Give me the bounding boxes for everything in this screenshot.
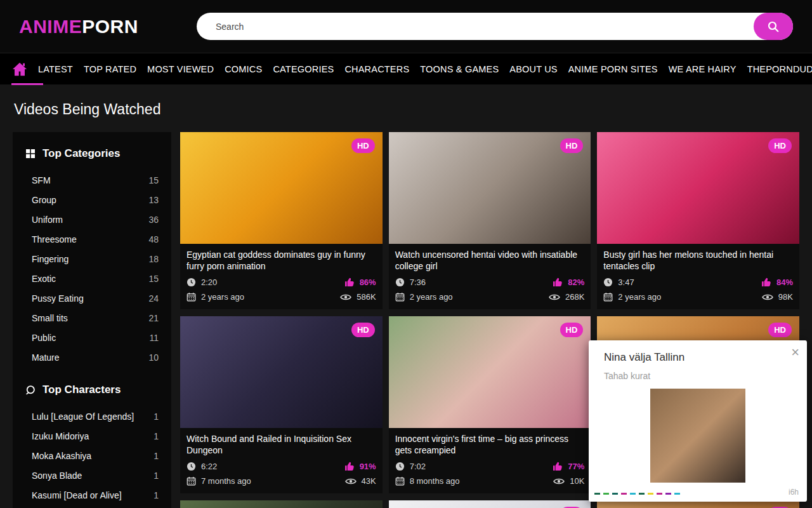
video-thumbnail[interactable]: HD xyxy=(389,316,591,428)
nav-item-categories[interactable]: CATEGORIES xyxy=(272,63,334,76)
video-likes: 82% xyxy=(568,277,584,287)
video-likes: 86% xyxy=(360,277,376,287)
top-characters-header: Top Characters xyxy=(25,384,159,396)
category-item-public[interactable]: Public 11 xyxy=(25,328,159,347)
nav-item-characters[interactable]: CHARACTERS xyxy=(344,63,410,76)
video-card[interactable]: HD Busty girl has her melons touched in … xyxy=(597,132,799,309)
popup-close-icon[interactable]: × xyxy=(791,345,799,359)
nav-item-latest[interactable]: LATEST xyxy=(37,63,74,76)
grid-icon xyxy=(25,149,36,159)
top-categories-title: Top Categories xyxy=(43,147,120,160)
hd-badge: HD xyxy=(768,323,792,337)
video-views: 98K xyxy=(778,292,793,302)
category-item-threesome[interactable]: Threesome 48 xyxy=(25,229,159,249)
thumbs-up-icon xyxy=(761,277,771,287)
hd-badge: HD xyxy=(351,323,375,337)
calendar-icon xyxy=(395,476,405,486)
site-logo[interactable]: ANIMEPORN xyxy=(19,16,138,37)
video-thumbnail[interactable]: HD xyxy=(180,316,383,428)
video-title[interactable]: Innocent virgin's first time – big ass p… xyxy=(395,433,585,456)
thumbs-up-icon xyxy=(553,277,563,287)
video-age: 8 months ago xyxy=(410,476,460,486)
clock-icon xyxy=(395,277,405,287)
character-count: 1 xyxy=(154,471,159,481)
page-title: Videos Being Watched xyxy=(14,101,799,118)
nav-item-theporndude[interactable]: THEPORNDUDE xyxy=(747,63,812,76)
hd-badge: HD xyxy=(351,138,375,153)
video-title[interactable]: Busty girl has her melons touched in hen… xyxy=(603,249,793,272)
video-card[interactable]: HD Egyptian cat goddess dominates guy in… xyxy=(180,132,383,309)
thumbs-up-icon xyxy=(344,277,355,287)
video-title[interactable]: Witch Bound and Railed in Inquisition Se… xyxy=(187,433,376,456)
video-views: 10K xyxy=(570,476,584,486)
logo-part-anime: ANIME xyxy=(19,16,82,37)
category-item-uniform[interactable]: Uniform 36 xyxy=(25,210,159,229)
category-count: 10 xyxy=(148,352,159,363)
character-item-sonya[interactable]: Sonya Blade 1 xyxy=(25,465,159,485)
character-item-moka[interactable]: Moka Akashiya 1 xyxy=(25,446,159,465)
video-card[interactable]: HD Watch uncensored hentai video with in… xyxy=(389,132,591,309)
video-thumbnail[interactable]: HD xyxy=(389,132,591,244)
main-nav: LATEST TOP RATED MOST VIEWED COMICS CATE… xyxy=(0,53,812,84)
category-item-exotic[interactable]: Exotic 15 xyxy=(25,269,159,288)
page: ANIMEPORN LATEST TOP R xyxy=(0,0,812,508)
video-card[interactable]: HD Witch Bound and Railed in Inquisition… xyxy=(180,316,383,493)
category-item-fingering[interactable]: Fingering 18 xyxy=(25,249,159,269)
nav-item-we-are-hairy[interactable]: WE ARE HAIRY xyxy=(668,63,737,76)
character-count: 1 xyxy=(154,411,159,422)
category-item-pussy-eating[interactable]: Pussy Eating 24 xyxy=(25,288,159,308)
popup-ad-subtitle: Tahab kurat xyxy=(604,371,792,381)
character-count: 1 xyxy=(154,431,159,441)
video-thumbnail[interactable]: HD xyxy=(180,132,383,244)
nav-item-anime-porn-sites[interactable]: ANIME PORN SITES xyxy=(568,63,658,76)
nav-item-most-viewed[interactable]: MOST VIEWED xyxy=(147,63,214,76)
eye-icon xyxy=(549,293,560,301)
video-title[interactable]: Egyptian cat goddess dominates guy in fu… xyxy=(187,249,376,272)
category-count: 21 xyxy=(148,313,159,323)
characters-icon xyxy=(25,385,36,395)
popup-ad-photo[interactable] xyxy=(650,389,745,483)
sidebar: Top Categories SFM 15 Group 13 Uniform 3… xyxy=(13,132,171,508)
character-count: 1 xyxy=(154,451,159,461)
category-item-small-tits[interactable]: Small tits 21 xyxy=(25,308,159,328)
calendar-icon xyxy=(395,292,405,302)
video-duration: 6:22 xyxy=(201,462,217,471)
clock-icon xyxy=(187,277,196,287)
nav-item-toons-games[interactable]: TOONS & GAMES xyxy=(419,63,499,76)
video-likes: 91% xyxy=(360,462,376,471)
nav-item-top-rated[interactable]: TOP RATED xyxy=(83,63,137,76)
eye-icon xyxy=(553,478,565,485)
video-card[interactable]: HD Innocent virgin's first time – big as… xyxy=(389,316,591,493)
nav-item-comics[interactable]: COMICS xyxy=(224,63,263,76)
hd-badge: HD xyxy=(560,323,584,337)
video-views: 43K xyxy=(362,476,376,486)
character-item-izuku[interactable]: Izuku Midoriya 1 xyxy=(25,426,159,446)
category-count: 15 xyxy=(148,175,159,185)
search-input[interactable] xyxy=(197,22,754,32)
video-thumbnail[interactable] xyxy=(180,500,383,508)
popup-ad-progress-dashes xyxy=(594,493,680,495)
nav-home[interactable] xyxy=(11,53,28,85)
category-item-sfm[interactable]: SFM 15 xyxy=(25,170,159,190)
video-title[interactable]: Watch uncensored hentai video with insat… xyxy=(395,249,585,272)
category-item-group[interactable]: Group 13 xyxy=(25,190,159,210)
video-card[interactable] xyxy=(180,500,383,508)
calendar-icon xyxy=(603,292,613,302)
video-card[interactable]: HD xyxy=(389,500,591,508)
video-duration: 3:47 xyxy=(618,277,634,287)
clock-icon xyxy=(395,462,405,471)
nav-item-about-us[interactable]: ABOUT US xyxy=(509,63,558,76)
video-views: 268K xyxy=(565,292,584,302)
video-age: 7 months ago xyxy=(201,476,251,486)
video-duration: 2:20 xyxy=(201,277,217,287)
character-count: 1 xyxy=(154,490,159,500)
search-button[interactable] xyxy=(754,13,793,40)
character-item-lulu[interactable]: Lulu [League Of Legends] 1 xyxy=(25,406,159,426)
video-age: 2 years ago xyxy=(410,292,453,302)
video-thumbnail[interactable]: HD xyxy=(597,132,799,244)
calendar-icon xyxy=(187,292,196,302)
eye-icon xyxy=(340,293,351,301)
character-item-kasumi[interactable]: Kasumi [Dead or Alive] 1 xyxy=(25,485,159,505)
video-thumbnail[interactable]: HD xyxy=(389,500,591,508)
category-item-mature[interactable]: Mature 10 xyxy=(25,347,159,367)
